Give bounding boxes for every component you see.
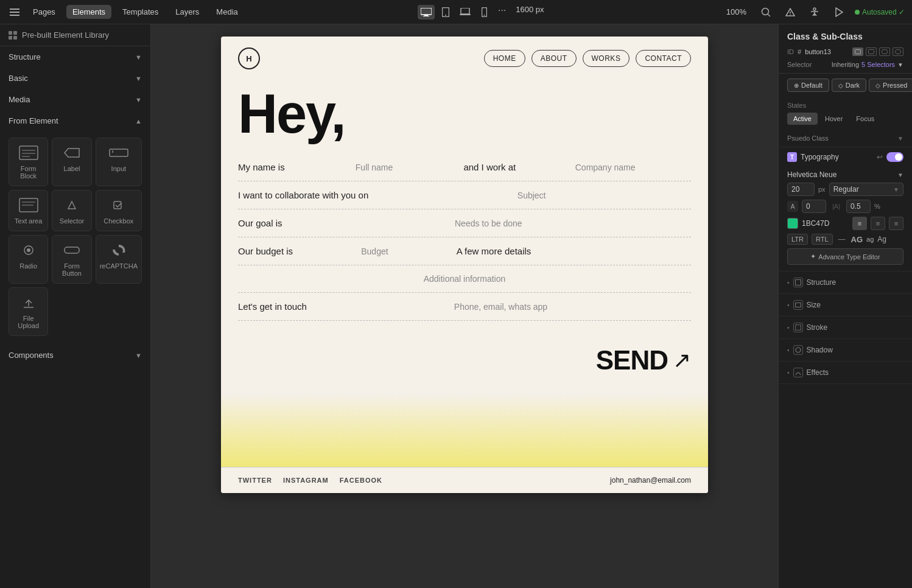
color-swatch[interactable] [787, 218, 798, 229]
nav-about[interactable]: ABOUT [531, 50, 577, 67]
tablet-icon[interactable] [437, 5, 454, 19]
pill-dark[interactable]: ◇ Dark [832, 79, 866, 92]
layers-nav-btn[interactable]: Layers [169, 5, 205, 19]
footer-instagram[interactable]: INSTAGRAM [283, 477, 329, 484]
color-value[interactable]: 1BC47D [802, 219, 849, 228]
effects-header[interactable]: • Effects [779, 362, 912, 383]
section-structure[interactable]: Structure ▼ [0, 46, 150, 68]
form-placeholder-contact[interactable]: Phone, email, whats app [310, 302, 691, 312]
svg-line-13 [768, 14, 770, 16]
line-height-input[interactable] [846, 200, 871, 213]
menu-icon[interactable] [7, 5, 22, 19]
shadow-header[interactable]: • Shadow [779, 339, 912, 361]
typography-undo-icon[interactable]: ↩ [877, 153, 883, 161]
uppercase-btn[interactable]: AG [851, 235, 863, 244]
element-input[interactable]: Input [96, 138, 142, 186]
library-label: Pre-built Element Library [22, 30, 109, 40]
state-active-tab[interactable]: Active [787, 113, 818, 125]
rtl-btn[interactable]: RTL [812, 234, 833, 245]
svg-point-37 [896, 50, 901, 54]
advance-type-editor-btn[interactable]: ✦ Advance Type Editor [787, 248, 903, 265]
rect-outline-icon[interactable] [866, 47, 877, 56]
selector-count[interactable]: 5 Selectors [861, 61, 895, 68]
state-focus-tab[interactable]: Focus [850, 113, 880, 125]
from-element-chevron: ▲ [135, 117, 142, 125]
align-left-btn[interactable]: ≡ [852, 217, 867, 230]
element-label[interactable]: Label [52, 138, 91, 186]
structure-header[interactable]: • Structure [779, 271, 912, 293]
footer-twitter[interactable]: TWITTER [238, 477, 272, 484]
elements-nav-btn[interactable]: Elements [66, 5, 111, 19]
element-recaptcha[interactable]: reCAPTCHA [96, 235, 142, 284]
section-media[interactable]: Media ▼ [0, 89, 150, 110]
form-placeholder-company[interactable]: Company name [519, 163, 691, 172]
typography-toggle[interactable] [886, 152, 903, 162]
font-weight-select[interactable]: Regular ▼ [829, 183, 903, 196]
element-checkbox[interactable]: Checkbox [96, 190, 142, 231]
typography-header[interactable]: T Typography ↩ [779, 147, 912, 167]
letter-spacing-input[interactable] [802, 200, 826, 213]
font-name[interactable]: Helvetica Neue [787, 170, 837, 179]
accessibility-icon[interactable] [806, 4, 823, 21]
element-textarea[interactable]: Text area [9, 190, 48, 231]
lowercase-btn[interactable]: ag [866, 236, 874, 243]
font-size-input[interactable] [787, 183, 815, 196]
state-hover-tab[interactable]: Hover [819, 113, 849, 125]
selector-chevron-icon: ▼ [897, 61, 903, 68]
pages-nav-btn[interactable]: Pages [27, 5, 61, 19]
laptop-icon[interactable] [457, 5, 474, 19]
section-components[interactable]: Components ▼ [0, 345, 150, 366]
typography-actions: ↩ [877, 152, 903, 162]
play-icon[interactable] [830, 4, 847, 21]
nav-contact[interactable]: CONTACT [636, 50, 691, 67]
element-file-upload[interactable]: File Upload [9, 287, 48, 336]
id-value[interactable]: button13 [805, 48, 831, 55]
media-nav-btn[interactable]: Media [210, 5, 244, 19]
capitalize-btn[interactable]: Ag [877, 235, 886, 243]
desktop-icon[interactable] [418, 5, 435, 19]
pill-pressed[interactable]: ◇ Pressed [869, 79, 912, 92]
element-form-block[interactable]: Form Block [9, 138, 48, 186]
zoom-control[interactable]: 100% [723, 5, 750, 19]
rounded-icon[interactable] [879, 47, 890, 56]
shadow-label: Shadow [807, 346, 833, 354]
circle-icon[interactable] [893, 47, 903, 56]
form-placeholder-subject[interactable]: Subject [372, 191, 691, 200]
ltr-btn[interactable]: LTR [787, 234, 808, 245]
mobile-icon[interactable] [476, 5, 493, 19]
element-form-button[interactable]: Form Button [52, 235, 91, 284]
library-header[interactable]: Pre-built Element Library [0, 24, 150, 46]
stroke-icon [793, 323, 803, 332]
form-placeholder-full-name[interactable]: Full name [289, 163, 460, 172]
form-placeholder-budget[interactable]: Budget [296, 247, 453, 256]
form-row-3: Our goal is Needs to be done [238, 209, 691, 237]
section-from-element[interactable]: From Element ▲ [0, 110, 150, 131]
rect-icon[interactable] [852, 47, 863, 56]
nav-home[interactable]: HOME [484, 50, 525, 67]
psuedo-class-row[interactable]: Psuedo Class ▼ [779, 130, 912, 147]
form-block-label: Form Block [13, 165, 44, 180]
warning-icon[interactable] [782, 4, 799, 21]
svg-rect-3 [421, 8, 432, 15]
footer-facebook[interactable]: FACEBOOK [340, 477, 382, 484]
form-placeholder-needs[interactable]: Needs to be done [286, 219, 691, 228]
section-basic[interactable]: Basic ▼ [0, 68, 150, 89]
svg-point-32 [27, 248, 30, 252]
pill-default[interactable]: ⊕ Default [787, 79, 829, 92]
canvas-area[interactable]: H HOME ABOUT WORKS CONTACT Hey, My name … [151, 24, 778, 588]
element-selector[interactable]: Selector [52, 190, 91, 231]
more-icon[interactable]: ··· [496, 5, 508, 19]
footer-email[interactable]: john_nathan@email.com [610, 476, 691, 485]
align-right-btn[interactable]: ≡ [889, 217, 903, 230]
nav-works[interactable]: WORKS [583, 50, 630, 67]
panel-header: Class & Sub-Class ID # button13 [779, 24, 912, 74]
size-header[interactable]: • Size [779, 294, 912, 316]
send-button-area[interactable]: SEND ↗ [221, 333, 708, 394]
align-center-btn[interactable]: ≡ [871, 217, 885, 230]
templates-nav-btn[interactable]: Templates [116, 5, 164, 19]
stroke-header[interactable]: • Stroke [779, 317, 912, 338]
form-placeholder-additional[interactable]: Additional information [238, 274, 691, 284]
nav-right-actions: 100% Autosaved ✓ [723, 4, 905, 21]
element-radio[interactable]: Radio [9, 235, 48, 284]
search-icon[interactable] [757, 4, 774, 21]
